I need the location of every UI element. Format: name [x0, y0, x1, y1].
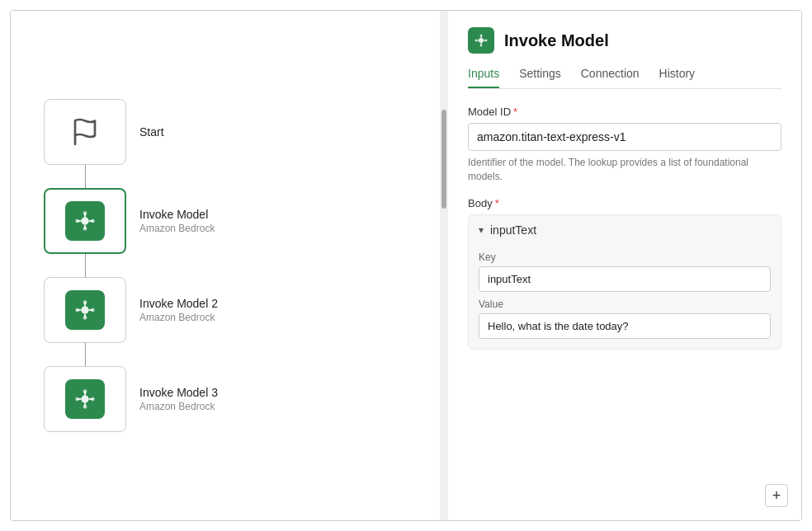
- tab-settings[interactable]: Settings: [519, 67, 561, 88]
- invoke-node-2-box[interactable]: [44, 277, 126, 343]
- flow-node-invoke-2[interactable]: Invoke Model 2 Amazon Bedrock: [44, 277, 218, 343]
- scrollbar-divider: [440, 11, 448, 520]
- start-node-title: Start: [139, 125, 164, 139]
- start-node-label: Start: [139, 125, 164, 139]
- flow-node-invoke-1[interactable]: Invoke Model Amazon Bedrock: [44, 188, 215, 254]
- collapsible-body: Key Value: [469, 251, 781, 349]
- invoke-node-1-box[interactable]: [44, 188, 126, 254]
- body-required: *: [495, 197, 499, 209]
- panel-header: Invoke Model: [468, 27, 781, 54]
- key-sub-label: Key: [479, 251, 771, 263]
- body-collapsible: ▾ inputText Key Value: [468, 214, 781, 350]
- svg-point-28: [479, 38, 484, 43]
- invoke-node-1-label: Invoke Model Amazon Bedrock: [139, 208, 215, 234]
- flow-node-start[interactable]: Start: [44, 99, 164, 165]
- invoke-node-2-title: Invoke Model 2: [139, 297, 218, 310]
- tab-connection[interactable]: Connection: [581, 67, 640, 88]
- svg-point-10: [81, 306, 88, 313]
- invoke-node-3-subtitle: Amazon Bedrock: [139, 401, 218, 412]
- invoke-node-3-title: Invoke Model 3: [139, 386, 218, 399]
- scroll-thumb[interactable]: [441, 110, 446, 209]
- invoke-node-3-label: Invoke Model 3 Amazon Bedrock: [139, 386, 218, 412]
- invoke-node-1-subtitle: Amazon Bedrock: [139, 223, 215, 234]
- form-section: Model ID * Identifier of the model. The …: [468, 106, 781, 504]
- body-label: Body *: [468, 197, 781, 209]
- body-section: ▾ inputText Key Value: [468, 214, 781, 350]
- invoke-node-3-box[interactable]: [44, 366, 126, 432]
- value-sub-label: Value: [479, 298, 771, 310]
- model-id-input[interactable]: [468, 123, 781, 151]
- collapsible-key-label: inputText: [490, 223, 536, 237]
- model-id-required: *: [513, 106, 517, 118]
- tabs-container: Inputs Settings Connection History: [468, 67, 781, 89]
- connector-2: [85, 254, 86, 277]
- tab-inputs[interactable]: Inputs: [468, 67, 499, 88]
- model-id-label: Model ID *: [468, 106, 781, 118]
- bedrock-icon-2: [65, 290, 105, 330]
- start-node-box[interactable]: [44, 99, 126, 165]
- invoke-node-1-title: Invoke Model: [139, 208, 215, 221]
- connector-3: [85, 343, 86, 366]
- invoke-node-2-subtitle: Amazon Bedrock: [139, 312, 218, 323]
- tab-history[interactable]: History: [659, 67, 696, 88]
- model-id-hint: Identifier of the model. The lookup prov…: [468, 156, 781, 184]
- right-panel: Invoke Model Inputs Settings Connection …: [448, 11, 801, 520]
- key-input[interactable]: [479, 266, 771, 292]
- svg-point-1: [81, 217, 88, 224]
- panel-title: Invoke Model: [504, 31, 609, 50]
- svg-point-19: [81, 395, 88, 402]
- add-field-button[interactable]: +: [765, 484, 788, 507]
- value-input[interactable]: [479, 313, 771, 339]
- connector-1: [85, 165, 86, 188]
- bedrock-icon-3: [65, 379, 105, 419]
- bedrock-icon-1: [65, 201, 105, 241]
- flow-canvas: Start: [11, 11, 440, 520]
- flow-node-invoke-3[interactable]: Invoke Model 3 Amazon Bedrock: [44, 366, 218, 432]
- invoke-node-2-label: Invoke Model 2 Amazon Bedrock: [139, 297, 218, 323]
- chevron-down-icon: ▾: [479, 224, 484, 236]
- flag-icon: [68, 115, 102, 148]
- panel-header-icon: [468, 27, 494, 54]
- collapsible-header[interactable]: ▾ inputText: [469, 215, 781, 245]
